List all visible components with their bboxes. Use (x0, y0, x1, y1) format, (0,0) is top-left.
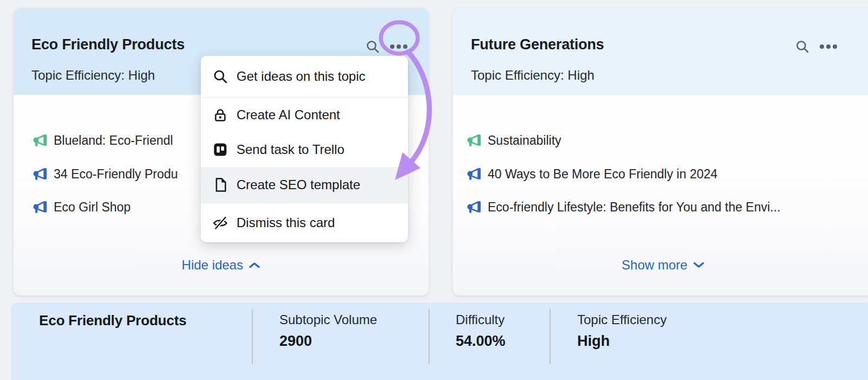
search-icon[interactable] (795, 40, 809, 54)
show-more-link[interactable]: Show more (453, 257, 868, 273)
document-icon (212, 177, 228, 193)
stat-label: Topic Efficiency (577, 312, 667, 327)
menu-item-dismiss-card[interactable]: Dismiss this card (201, 203, 408, 242)
megaphone-icon (33, 166, 48, 182)
selected-topic-summary-bar: Eco Friendly Products Subtopic Volume 29… (11, 302, 868, 380)
stat-label: Subtopic Volume (279, 312, 377, 327)
lock-icon (212, 107, 228, 123)
idea-title: 40 Ways to Be More Eco Friendly in 2024 (488, 167, 718, 182)
divider (550, 309, 551, 364)
megaphone-icon (467, 133, 482, 148)
show-more-label: Show more (622, 257, 687, 273)
card-header: Future Generations Topic Efficiency: Hig… (453, 8, 868, 95)
stat-label: Difficulty (456, 312, 506, 327)
search-icon[interactable] (366, 40, 380, 54)
megaphone-icon (33, 133, 48, 148)
stat-subtopic-volume: Subtopic Volume 2900 (279, 312, 377, 350)
menu-item-send-to-trello[interactable]: Send task to Trello (201, 132, 408, 167)
megaphone-icon (33, 199, 48, 215)
idea-title: Blueland: Eco-Friendl (54, 133, 173, 148)
trello-icon (212, 141, 228, 158)
idea-title: 34 Eco-Friendly Produ (54, 167, 178, 182)
idea-title: Eco Girl Shop (54, 200, 131, 215)
menu-item-label: Get ideas on this topic (237, 69, 365, 84)
stat-value: 54.00% (456, 333, 506, 350)
idea-title: Eco-friendly Lifestyle: Benefits for You… (488, 200, 781, 215)
card-actions (795, 40, 838, 54)
chevron-down-icon (693, 261, 705, 269)
eye-off-icon (212, 215, 228, 231)
stat-value: 2900 (279, 333, 377, 350)
hide-ideas-label: Hide ideas (182, 257, 243, 273)
more-options-icon[interactable] (390, 44, 408, 49)
divider (252, 309, 253, 364)
more-options-icon[interactable] (819, 44, 838, 49)
menu-item-create-ai-content[interactable]: Create AI Content (201, 98, 408, 132)
list-item[interactable]: 34 Eco-Friendly Produ (33, 164, 178, 184)
menu-item-label: Create AI Content (237, 107, 340, 123)
topic-efficiency-label: Topic Efficiency: High (471, 68, 595, 83)
card-context-menu: Get ideas on this topic Create AI Conten… (201, 56, 408, 242)
stat-topic-efficiency: Topic Efficiency High (577, 312, 667, 350)
card-title: Eco Friendly Products (31, 36, 184, 53)
list-item[interactable]: Sustainability (467, 131, 561, 150)
topic-card-future-generations: Future Generations Topic Efficiency: Hig… (453, 8, 868, 295)
menu-item-label: Create SEO template (237, 177, 360, 192)
card-actions (366, 40, 408, 54)
hide-ideas-link[interactable]: Hide ideas (14, 257, 429, 273)
topic-research-page: Eco Friendly Products Topic Efficiency: … (0, 0, 868, 380)
idea-title: Sustainability (488, 133, 561, 148)
list-item[interactable]: Eco Girl Shop (33, 197, 131, 217)
list-item[interactable]: Eco-friendly Lifestyle: Benefits for You… (467, 197, 781, 217)
chevron-up-icon (248, 261, 260, 269)
menu-item-label: Dismiss this card (237, 215, 335, 230)
megaphone-icon (467, 166, 482, 182)
list-item[interactable]: Blueland: Eco-Friendl (33, 131, 173, 150)
menu-item-label: Send task to Trello (237, 142, 344, 157)
list-item[interactable]: 40 Ways to Be More Eco Friendly in 2024 (467, 164, 718, 184)
card-title: Future Generations (471, 36, 604, 53)
divider (429, 309, 430, 364)
summary-topic-title: Eco Friendly Products (39, 312, 187, 329)
menu-item-create-seo-template[interactable]: Create SEO template (201, 167, 408, 203)
menu-item-get-ideas[interactable]: Get ideas on this topic (201, 56, 408, 97)
megaphone-icon (467, 199, 482, 215)
topic-efficiency-label: Topic Efficiency: High (31, 68, 155, 83)
search-icon (212, 68, 228, 85)
stat-difficulty: Difficulty 54.00% (456, 312, 506, 350)
stat-value: High (577, 333, 667, 350)
